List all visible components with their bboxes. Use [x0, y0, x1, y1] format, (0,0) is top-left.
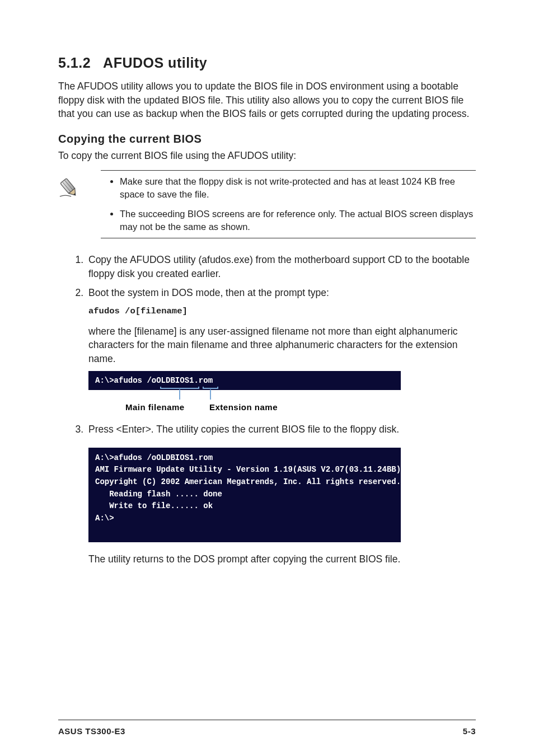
terminal-output-2: A:\>afudos /oOLDBIOS1.rom AMI Firmware U…	[88, 448, 401, 543]
terminal-annotated: A:\>afudos /oOLDBIOS1.rom Main filename …	[88, 371, 476, 415]
underline-main	[160, 387, 199, 389]
note-items: Make sure that the floppy disk is not wr…	[86, 175, 476, 233]
subhead: Copying the current BIOS	[58, 131, 476, 147]
step-1-text: Copy the AFUDOS utility (afudos.exe) fro…	[88, 254, 470, 279]
section-title: AFUDOS utility	[103, 55, 207, 71]
step-1: Copy the AFUDOS utility (afudos.exe) fro…	[86, 253, 476, 280]
sub-lead: To copy the current BIOS file using the …	[58, 149, 476, 163]
tick-main	[179, 389, 180, 400]
pencil-note-icon	[58, 175, 86, 203]
label-main-filename: Main filename	[125, 401, 185, 413]
section-heading: 5.1.2AFUDOS utility	[58, 53, 476, 73]
note-bottom-rule	[101, 238, 476, 238]
note-item: Make sure that the floppy disk is not wr…	[120, 175, 476, 201]
step-2: Boot the system in DOS mode, then at the…	[86, 286, 476, 415]
underline-ext	[203, 387, 218, 389]
step-3: Press <Enter>. The utility copies the cu…	[86, 422, 476, 566]
steps-list: Copy the AFUDOS utility (afudos.exe) fro…	[58, 253, 476, 566]
terminal-output: A:\>afudos /oOLDBIOS1.rom	[88, 371, 401, 390]
step-2-explanation: where the [filename] is any user-assigne…	[88, 326, 458, 364]
step-3-lead: Press <Enter>. The utility copies the cu…	[88, 424, 399, 435]
footer-rule	[58, 720, 476, 720]
label-extension-name: Extension name	[209, 401, 278, 413]
step-2-command: afudos /o[filename]	[88, 306, 476, 318]
tick-ext	[210, 389, 211, 400]
footer-page-number: 5-3	[463, 725, 476, 737]
note-top-rule	[101, 170, 476, 171]
section-intro: The AFUDOS utility allows you to update …	[58, 79, 476, 121]
note-block: Make sure that the floppy disk is not wr…	[58, 170, 476, 238]
step-3-tail: The utility returns to the DOS prompt af…	[88, 552, 476, 566]
step-2-lead: Boot the system in DOS mode, then at the…	[88, 287, 329, 298]
section-number: 5.1.2	[58, 55, 91, 71]
footer-product: ASUS TS300-E3	[58, 725, 125, 737]
note-item: The succeeding BIOS screens are for refe…	[120, 208, 476, 233]
